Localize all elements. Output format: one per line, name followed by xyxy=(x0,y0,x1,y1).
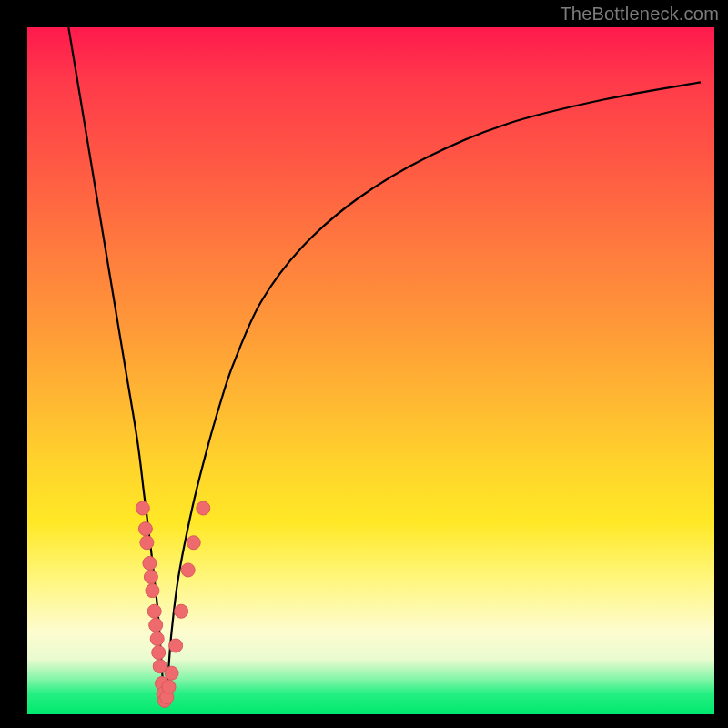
data-point xyxy=(175,604,188,618)
data-point xyxy=(152,646,166,660)
data-point xyxy=(181,563,195,577)
data-point xyxy=(136,501,149,515)
data-point xyxy=(147,604,161,618)
bottleneck-curve xyxy=(68,27,701,701)
chart-frame: TheBottleneck.com xyxy=(0,0,728,728)
chart-svg xyxy=(27,27,714,714)
data-points xyxy=(136,501,209,707)
data-point xyxy=(138,522,152,536)
data-point xyxy=(146,584,159,598)
data-point xyxy=(150,632,164,645)
data-point xyxy=(144,571,157,584)
data-point xyxy=(143,556,157,570)
data-point xyxy=(149,618,163,632)
data-point xyxy=(187,536,200,550)
plot-area xyxy=(27,27,714,714)
data-point xyxy=(162,680,176,693)
data-point xyxy=(165,666,178,680)
watermark-text: TheBottleneck.com xyxy=(560,4,719,25)
data-point xyxy=(169,639,183,652)
data-point xyxy=(140,536,154,550)
data-point xyxy=(197,501,210,515)
